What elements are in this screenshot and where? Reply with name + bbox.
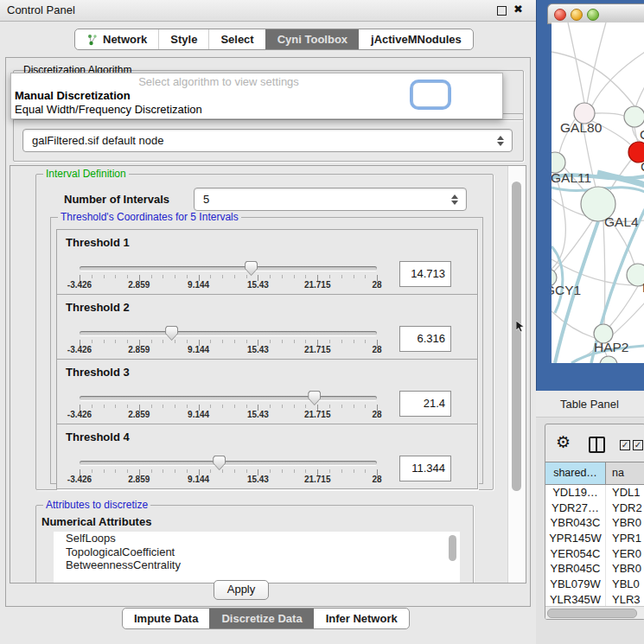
slider-tick-label: 21.715	[291, 280, 343, 290]
table-row[interactable]: YBR043CYBR0	[545, 515, 644, 531]
threshold-value-field[interactable]: 11.344	[399, 456, 451, 481]
table-horizontal-scrollbar[interactable]	[545, 606, 644, 619]
slider-tick	[104, 469, 105, 473]
split-columns-icon[interactable]	[589, 437, 605, 453]
slider-tick	[246, 469, 247, 473]
threshold-slider-thumb[interactable]	[245, 261, 258, 276]
threshold-value-field[interactable]: 21.4	[399, 391, 451, 417]
slider-tick	[210, 275, 211, 278]
threshold-slider-thumb[interactable]	[308, 391, 321, 405]
slider-tick-label: 2.859	[113, 280, 165, 290]
threshold-slider-track[interactable]	[80, 461, 377, 465]
network-graph: GAL80GACGAL11GAL4GCY1HHAP2	[552, 22, 644, 363]
threshold-slider-thumb[interactable]	[213, 456, 226, 470]
threshold-value-field[interactable]: 6.316	[399, 326, 451, 352]
checkbox-icon[interactable]: ✓	[633, 440, 643, 450]
popup-item-manual-discretization[interactable]: Manual Discretization	[15, 89, 131, 102]
slider-tick	[127, 469, 128, 473]
network-node[interactable]	[600, 356, 617, 363]
slider-tick	[329, 405, 330, 408]
zoom-traffic-light-icon[interactable]	[587, 9, 599, 21]
network-edge[interactable]	[595, 113, 624, 116]
network-edge[interactable]	[552, 311, 595, 338]
network-edge[interactable]	[592, 52, 644, 105]
tab-label: Impute Data	[134, 612, 198, 625]
slider-tick	[222, 405, 223, 408]
attribute-item[interactable]: SelfLoops	[54, 532, 460, 545]
threshold-value-field[interactable]: 14.713	[399, 261, 451, 287]
application-window: Control Panel ✖ NetworkStyleSelectCyni T…	[0, 0, 644, 644]
cyni-toolbox-content: Discretization Algorithm Table Data galF…	[5, 57, 531, 607]
tab-discretize-data[interactable]: Discretize Data	[209, 609, 313, 628]
slider-tick	[282, 275, 283, 278]
tab-jactivemnodules[interactable]: jActiveMNodules	[359, 29, 473, 49]
apply-button[interactable]: Apply	[214, 580, 269, 600]
tab-cyni-toolbox[interactable]: Cyni Toolbox	[265, 29, 359, 49]
tab-select[interactable]: Select	[208, 29, 265, 49]
table-row[interactable]: YER054CYER0	[545, 546, 644, 562]
tab-style[interactable]: Style	[158, 29, 208, 49]
node-table: shared…naYDL19…YDL1YDR27…YDR2YBR043CYBR0…	[545, 462, 644, 620]
column-header-name[interactable]: na	[606, 462, 644, 484]
tab-infer-network[interactable]: Infer Network	[314, 609, 409, 628]
checkbox-icon[interactable]: ✓	[620, 440, 630, 450]
slider-tick	[127, 340, 128, 343]
slider-tick	[151, 469, 152, 473]
table-data-combobox[interactable]: galFiltered.sif default node	[22, 129, 513, 152]
network-edge[interactable]	[587, 22, 606, 104]
table-row[interactable]: YLR345WYLR3	[545, 592, 644, 608]
interval-definition-legend: Interval Definition	[43, 168, 129, 180]
thresholds-group: Threshold's Coordinates for 5 Intervals …	[50, 217, 483, 484]
tab-network[interactable]: Network	[75, 29, 158, 49]
table-row[interactable]: YDL19…YDL1	[545, 485, 644, 501]
threshold-slider-thumb[interactable]	[165, 326, 178, 341]
table-row[interactable]: YDR27…YDR2	[545, 501, 644, 516]
table-row[interactable]: YPR145WYPR1	[545, 531, 644, 546]
slider-tick	[151, 275, 152, 278]
network-node[interactable]	[627, 264, 644, 286]
close-traffic-light-icon[interactable]	[554, 9, 566, 21]
slider-tick	[92, 340, 92, 343]
number-of-intervals-combobox[interactable]: 5	[194, 188, 467, 211]
float-window-icon[interactable]	[497, 6, 507, 16]
table-row[interactable]: YBL079WYBL0	[545, 577, 644, 592]
slider-tick	[365, 405, 366, 408]
column-header-shared-name[interactable]: shared…	[545, 462, 606, 484]
slider-tick	[354, 405, 354, 408]
algorithm-combobox-focus-ring[interactable]	[412, 82, 449, 107]
settings-scrollbar-thumb[interactable]	[512, 182, 521, 491]
slider-tick	[92, 405, 92, 408]
slider-tick-label: 28	[351, 280, 403, 290]
threshold-slider-track[interactable]	[80, 266, 377, 271]
table-hscrollbar-thumb[interactable]	[547, 609, 637, 618]
attributes-scrollbar-thumb[interactable]	[449, 535, 456, 561]
network-node[interactable]	[624, 106, 644, 127]
network-node-label: GAL11	[552, 170, 591, 185]
slider-tick	[341, 340, 342, 343]
settings-scrollbar[interactable]	[507, 166, 526, 583]
threshold-slider-track[interactable]	[80, 396, 377, 400]
slider-tick-label: 2.859	[113, 345, 165, 354]
slider-tick	[305, 340, 306, 343]
network-canvas[interactable]: GAL80GACGAL11GAL4GCY1HHAP2	[552, 22, 644, 363]
slider-tick-label: -3.426	[54, 345, 105, 354]
popup-item-equal-width-frequency[interactable]: Equal Width/Frequency Discretization	[15, 103, 202, 116]
slider-tick	[115, 469, 116, 473]
slider-tick	[294, 405, 295, 408]
table-row[interactable]: YBR045CYBR0	[545, 561, 644, 577]
threshold-slider-track[interactable]	[80, 331, 377, 335]
attribute-item[interactable]: TopologicalCoefficient	[54, 545, 460, 559]
network-window-titlebar[interactable]	[547, 3, 644, 24]
gear-icon[interactable]: ⚙	[556, 432, 571, 452]
attribute-item[interactable]: BetweennessCentrality	[54, 558, 460, 572]
numerical-attributes-list[interactable]: SelfLoopsTopologicalCoefficientBetweenne…	[54, 532, 460, 583]
tab-impute-data[interactable]: Impute Data	[123, 609, 209, 628]
table-data-group: Table Data galFiltered.sif default node	[13, 113, 524, 162]
slider-tick	[175, 275, 175, 278]
network-edge[interactable]	[568, 22, 584, 103]
network-icon	[86, 34, 98, 46]
minimize-traffic-light-icon[interactable]	[571, 9, 583, 21]
network-edge[interactable]	[609, 286, 638, 327]
close-icon[interactable]: ✖	[513, 3, 523, 16]
slider-tick	[365, 469, 366, 473]
